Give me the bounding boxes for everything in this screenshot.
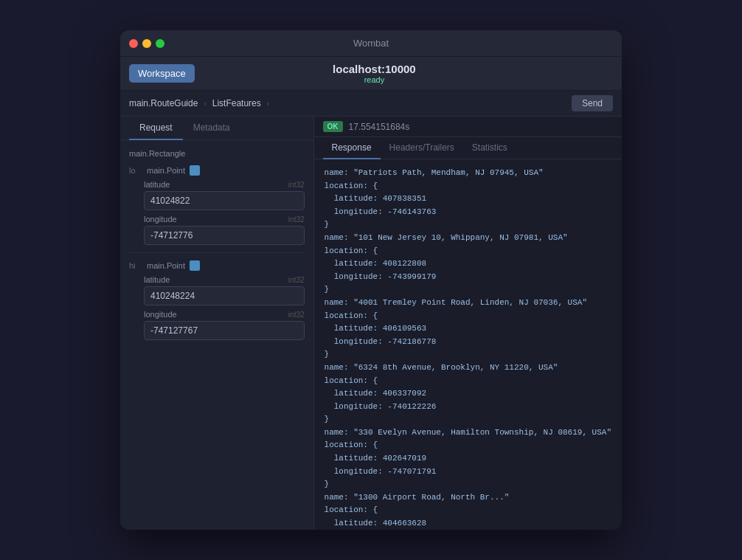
hi-latitude-label: latitude: [144, 275, 170, 284]
lo-prefix: lo: [129, 166, 142, 175]
main-content: Request Metadata main.Rectangle lo main.…: [120, 117, 622, 530]
lo-row: lo main.Point: [129, 165, 305, 176]
lo-field-group: lo main.Point latitude int32: [129, 165, 305, 245]
tab-response[interactable]: Response: [323, 137, 381, 159]
lo-longitude-input[interactable]: [144, 226, 305, 245]
nav-method[interactable]: ListFeatures: [212, 98, 261, 108]
hi-longitude-field: longitude int32: [144, 310, 305, 340]
status-badge: OK: [323, 121, 343, 132]
nav-bar: main.RouteGuide › ListFeatures › Send: [120, 91, 622, 117]
hi-longitude-type: int32: [288, 311, 305, 319]
right-panel: OK 17.554151684s Response Headers/Traile…: [314, 117, 622, 530]
hi-latitude-header: latitude int32: [144, 275, 305, 284]
nav-chevron-icon: ›: [204, 100, 206, 108]
lo-latitude-type: int32: [288, 181, 305, 189]
response-body[interactable]: name: "Patriots Path, Mendham, NJ 07945,…: [314, 159, 622, 530]
server-host: localhost:10000: [333, 63, 416, 75]
left-tab-bar: Request Metadata: [120, 117, 313, 140]
minimize-button[interactable]: [142, 39, 151, 48]
lo-type-label: main.Point: [147, 166, 185, 175]
lo-longitude-field: longitude int32: [144, 215, 305, 245]
send-button[interactable]: Send: [572, 95, 613, 111]
traffic-lights: [129, 39, 164, 48]
lo-latitude-label: latitude: [144, 180, 170, 189]
hi-longitude-input[interactable]: [144, 321, 305, 340]
lo-latitude-header: latitude int32: [144, 180, 305, 189]
server-status: ready: [333, 75, 416, 84]
lo-longitude-header: longitude int32: [144, 215, 305, 224]
tab-statistics[interactable]: Statistics: [463, 137, 516, 159]
lo-latitude-input[interactable]: [144, 191, 305, 210]
app-title: Wombat: [353, 38, 389, 49]
hi-row: hi main.Point: [129, 260, 305, 271]
maximize-button[interactable]: [156, 39, 164, 48]
hi-latitude-type: int32: [288, 276, 305, 284]
request-body: main.Rectangle lo main.Point latitude in…: [120, 140, 313, 530]
nav-chevron2-icon: ›: [267, 100, 269, 108]
section-title: main.Rectangle: [129, 149, 305, 158]
hi-longitude-header: longitude int32: [144, 310, 305, 319]
response-time: 17.554151684s: [349, 122, 410, 132]
toolbar: Workspace localhost:10000 ready: [120, 57, 622, 91]
hi-longitude-label: longitude: [144, 310, 177, 319]
response-header: OK 17.554151684s: [314, 117, 622, 137]
lo-toggle[interactable]: [190, 165, 200, 176]
close-button[interactable]: [129, 39, 138, 48]
lo-longitude-type: int32: [288, 215, 305, 224]
tab-request[interactable]: Request: [129, 117, 183, 140]
hi-toggle[interactable]: [190, 260, 200, 271]
hi-prefix: hi: [129, 261, 142, 270]
divider: [129, 252, 305, 253]
app-window: Wombat Workspace localhost:10000 ready m…: [120, 30, 622, 530]
lo-latitude-field: latitude int32: [144, 180, 305, 210]
hi-latitude-field: latitude int32: [144, 275, 305, 305]
left-panel: Request Metadata main.Rectangle lo main.…: [120, 117, 314, 530]
hi-latitude-input[interactable]: [144, 286, 305, 305]
server-info: localhost:10000 ready: [333, 63, 416, 84]
workspace-button[interactable]: Workspace: [129, 64, 195, 83]
tab-headers-trailers[interactable]: Headers/Trailers: [381, 137, 463, 159]
hi-field-group: hi main.Point latitude int32: [129, 260, 305, 340]
tab-metadata[interactable]: Metadata: [183, 117, 240, 140]
nav-route[interactable]: main.RouteGuide: [129, 98, 198, 108]
hi-type-label: main.Point: [147, 261, 185, 270]
response-tabs: Response Headers/Trailers Statistics: [314, 137, 622, 159]
lo-longitude-label: longitude: [144, 215, 177, 224]
titlebar: Wombat: [120, 30, 622, 57]
